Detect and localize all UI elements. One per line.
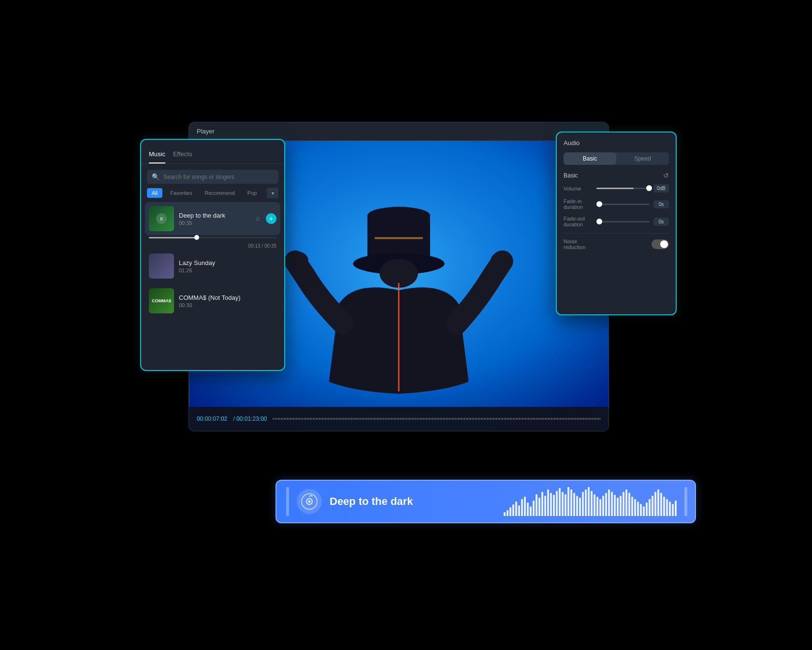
add-button-1[interactable]: + (266, 213, 276, 224)
waveform-bar (623, 492, 624, 516)
right-handle[interactable] (684, 487, 687, 516)
waveform-bar (594, 494, 595, 516)
scene: Player (140, 107, 672, 543)
waveform-bar (565, 494, 566, 516)
now-playing-bar: Deep to the dark (276, 480, 696, 523)
waveform-bar (591, 491, 593, 516)
waveform-bar (628, 493, 630, 516)
fadeout-slider[interactable] (596, 221, 650, 222)
song-actions-1: ☆ + (252, 213, 276, 224)
audio-panel-title: Audio (564, 139, 669, 147)
waveform-bar (527, 502, 529, 516)
waveform-bar (573, 493, 575, 516)
song-progress-bar[interactable] (149, 237, 276, 238)
waveform-bar (553, 495, 555, 516)
svg-point-7 (287, 251, 308, 269)
waveform-bar (634, 499, 636, 516)
waveform-bar (640, 504, 642, 516)
song-thumb-1: ⏸ (149, 206, 174, 231)
waveform-bar (631, 497, 633, 516)
song-info-1: Deep to the dark 00:35 (179, 212, 247, 226)
audio-tab-bar: Basic Speed (564, 152, 669, 165)
waveform-bar (637, 502, 639, 516)
fadein-slider[interactable] (596, 204, 650, 205)
progress-thumb (194, 235, 199, 240)
song-progress-times: 00:13 / 00:35 (145, 242, 280, 250)
timeline-dots (273, 418, 601, 420)
fadein-fill (596, 204, 599, 205)
audio-section-label: Basic (564, 172, 578, 179)
waveform-bar (660, 493, 662, 516)
filter-pop[interactable]: Pop (243, 188, 262, 198)
song-thumb-2 (149, 253, 174, 279)
svg-rect-11 (375, 237, 423, 239)
song-info-3: COMMA$ (Not Today) 00:30 (179, 294, 276, 308)
waveform-bar (657, 489, 659, 516)
waveform-bar (579, 498, 581, 516)
song-list: ⏸ Deep to the dark 00:35 ☆ + 00:13 / 00:… (141, 202, 284, 317)
filter-all[interactable]: All (147, 188, 162, 198)
pause-icon: ⏸ (156, 213, 167, 224)
timeline-track[interactable] (273, 418, 601, 420)
volume-value: 0dB (653, 184, 669, 192)
tab-basic[interactable]: Basic (564, 152, 616, 165)
waveform-bar (666, 499, 668, 516)
volume-fill (596, 188, 634, 189)
waveform-bar (620, 496, 622, 516)
noise-reduction-toggle[interactable] (652, 239, 669, 249)
reset-icon[interactable]: ↺ (663, 172, 669, 179)
waveform-bar (625, 489, 627, 516)
player-titlebar: Player (189, 122, 609, 141)
waveform-bar (646, 502, 648, 516)
waveform-bar (547, 489, 549, 516)
volume-slider[interactable] (596, 188, 650, 189)
waveform-bar (649, 499, 651, 516)
left-handle[interactable] (286, 487, 289, 516)
song-thumb-3: COMMA$ (149, 288, 174, 313)
song-item-1[interactable]: ⏸ Deep to the dark 00:35 ☆ + (145, 202, 280, 235)
song-item-2[interactable]: Lazy Sunday 01:26 (145, 250, 280, 282)
waveform-bar (550, 493, 552, 516)
svg-point-14 (308, 501, 311, 503)
fadeout-label: Fade-outduration (564, 216, 593, 227)
waveform-bar (556, 491, 558, 516)
waveform-bar (559, 488, 561, 516)
tab-music[interactable]: Music (149, 148, 165, 163)
music-panel: Music Effects 🔍 All Favorites Recommend … (140, 139, 285, 371)
music-search-bar[interactable]: 🔍 (147, 170, 278, 184)
filter-dropdown[interactable]: ▾ (267, 188, 278, 198)
now-playing-logo (297, 489, 322, 514)
fadeout-control-row: Fade-outduration 0s (564, 216, 669, 227)
waveform-bar (652, 496, 653, 516)
favorite-button-1[interactable]: ☆ (252, 213, 263, 224)
noise-reduction-row: Noise reduction (564, 238, 669, 250)
filter-recommend[interactable]: Recommend (200, 188, 239, 198)
commas-label: COMMA$ (152, 298, 171, 303)
search-input[interactable] (163, 174, 274, 180)
waveform-bar (541, 492, 543, 516)
waveform-bar (654, 492, 656, 516)
song-duration-1: 00:35 (179, 220, 247, 226)
fadein-thumb (596, 201, 602, 207)
song-item-3[interactable]: COMMA$ COMMA$ (Not Today) 00:30 (145, 284, 280, 317)
timeline-total: / 00:01:23:00 (233, 415, 267, 422)
now-playing-title: Deep to the dark (330, 495, 496, 508)
song-title-3: COMMA$ (Not Today) (179, 294, 276, 301)
volume-thumb (646, 185, 652, 191)
song-title-2: Lazy Sunday (179, 259, 276, 266)
toggle-knob (660, 240, 668, 248)
waveform-bar (507, 510, 508, 516)
waveform-bar (596, 497, 598, 516)
tab-effects[interactable]: Effects (173, 148, 192, 163)
filter-favorites[interactable]: Favorites (165, 188, 197, 198)
waveform-bar (617, 498, 619, 516)
song-info-2: Lazy Sunday 01:26 (179, 259, 276, 273)
audio-panel: Audio Basic Speed Basic ↺ Volume 0dB Fad… (556, 132, 677, 315)
search-icon: 🔍 (152, 173, 160, 180)
waveform-bar (512, 504, 514, 516)
timeline-current: 00:00:07:02 (197, 415, 227, 422)
tab-speed[interactable]: Speed (616, 152, 669, 165)
fadein-control-row: Fade-induration 0s (564, 198, 669, 210)
waveform-bar (533, 501, 535, 516)
song-time-display: 00:13 / 00:35 (248, 243, 276, 249)
